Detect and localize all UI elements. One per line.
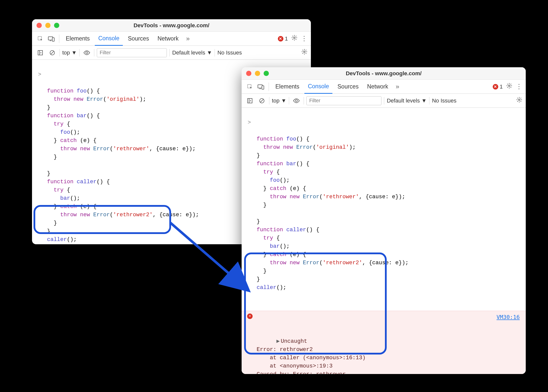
titlebar: DevTools - www.google.com/ [32,19,311,32]
tab-console[interactable]: Console [95,32,123,46]
minimize-button[interactable] [255,71,260,76]
live-expression-icon[interactable] [82,48,92,58]
context-selector[interactable]: top▼ [62,50,77,56]
source-link[interactable]: VM30:16 [496,313,520,321]
sidebar-toggle-icon[interactable] [245,96,255,106]
svg-point-15 [518,99,520,100]
tab-network[interactable]: Network [364,80,392,94]
close-button[interactable] [246,71,251,76]
input-prompt-icon: > [248,118,251,127]
svg-point-11 [508,85,510,86]
console-toolbar: top▼ Default levels▼ No Issues [242,94,526,108]
more-menu-icon[interactable]: ⋮ [301,35,307,42]
traffic-lights [37,23,59,28]
inspect-icon[interactable] [245,82,255,92]
svg-point-14 [295,100,297,102]
sidebar-toggle-icon[interactable] [36,48,45,58]
clear-console-icon[interactable] [48,48,57,58]
inspect-icon[interactable] [36,34,45,44]
svg-point-6 [86,52,88,54]
tabs-row: Elements Console Sources Network » ✕ 1 ⋮ [242,80,526,94]
console-settings-icon[interactable] [516,97,522,104]
svg-rect-4 [38,50,43,55]
context-selector[interactable]: top▼ [272,98,286,104]
tab-sources[interactable]: Sources [124,32,152,46]
tab-elements[interactable]: Elements [272,80,303,94]
more-tabs-icon[interactable]: » [393,83,402,90]
svg-point-3 [294,37,295,38]
titlebar: DevTools - www.google.com/ [242,67,526,80]
clear-console-icon[interactable] [257,96,267,106]
device-toggle-icon[interactable] [47,34,56,44]
expand-icon[interactable]: ▶ [276,337,280,346]
svg-point-7 [304,51,305,52]
svg-rect-2 [52,38,54,41]
svg-rect-12 [248,98,252,103]
filter-input[interactable] [97,48,167,57]
console-settings-icon[interactable] [301,49,307,56]
filter-input[interactable] [306,96,381,105]
window-title: DevTools - www.google.com/ [32,22,311,29]
device-toggle-icon[interactable] [256,82,266,92]
error-message[interactable]: ✕ VM30:16 ▶Uncaught Error: rethrower2 at… [242,311,526,374]
error-count-badge[interactable]: ✕ 1 [493,84,503,90]
settings-icon[interactable] [506,83,512,90]
window-title: DevTools - www.google.com/ [242,70,526,77]
tab-sources[interactable]: Sources [334,80,362,94]
code-input: > function foo() { throw new Error('orig… [242,108,526,311]
issues-link[interactable]: No Issues [217,50,242,56]
tabs-row: Elements Console Sources Network » ✕ 1 ⋮ [32,32,311,46]
issues-link[interactable]: No Issues [432,98,456,104]
svg-rect-10 [262,86,264,89]
close-button[interactable] [37,23,42,28]
live-expression-icon[interactable] [292,96,301,106]
maximize-button[interactable] [264,71,269,76]
minimize-button[interactable] [45,23,51,28]
devtools-window-2: DevTools - www.google.com/ Elements Cons… [242,67,526,374]
more-tabs-icon[interactable]: » [184,35,192,42]
error-count-badge[interactable]: ✕ 1 [278,36,288,42]
error-icon: ✕ [278,36,283,42]
more-menu-icon[interactable]: ⋮ [516,83,522,90]
input-prompt-icon: > [38,70,41,79]
settings-icon[interactable] [291,35,297,42]
error-icon: ✕ [247,314,253,319]
maximize-button[interactable] [54,23,59,28]
tab-console[interactable]: Console [304,80,332,94]
traffic-lights [246,71,269,76]
tab-elements[interactable]: Elements [62,32,93,46]
levels-selector[interactable]: Default levels▼ [387,98,427,104]
levels-selector[interactable]: Default levels▼ [172,50,212,56]
tab-network[interactable]: Network [154,32,182,46]
console-toolbar: top▼ Default levels▼ No Issues [32,46,311,60]
console-body: > function foo() { throw new Error('orig… [242,108,526,374]
error-icon: ✕ [493,84,498,90]
